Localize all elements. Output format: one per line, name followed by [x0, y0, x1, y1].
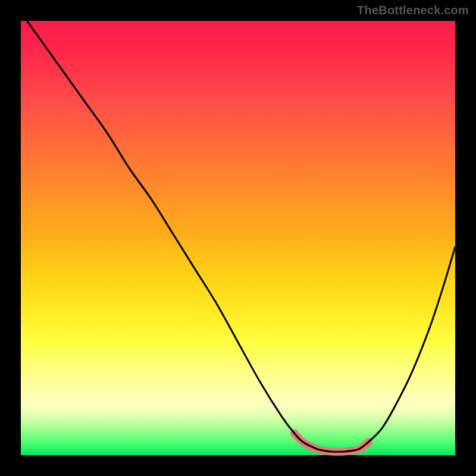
bottleneck-curve: [21, 12, 455, 452]
chart-container: TheBottleneck.com: [0, 0, 476, 476]
curve-svg: [21, 21, 455, 455]
watermark-text: TheBottleneck.com: [357, 4, 469, 17]
plot-area: [21, 21, 455, 455]
